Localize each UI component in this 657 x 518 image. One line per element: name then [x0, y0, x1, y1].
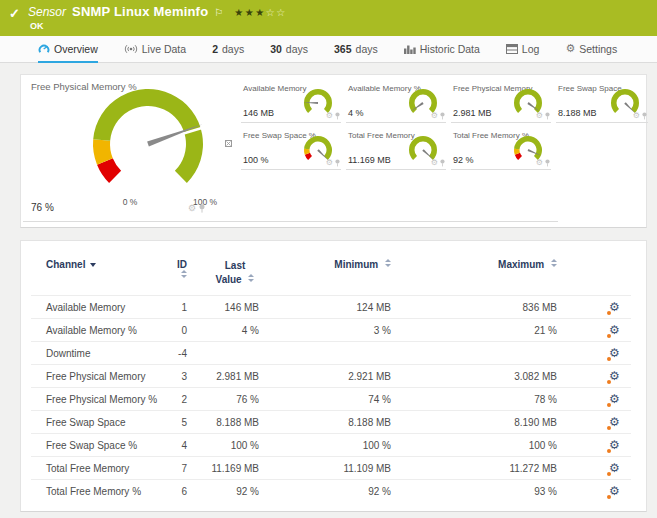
channel-settings-icon[interactable]: ⚙ — [609, 415, 620, 429]
pin-icon[interactable] — [199, 204, 205, 213]
channel-settings-icon[interactable]: ⚙ — [609, 323, 620, 337]
channel-id: 4 — [171, 434, 199, 457]
channel-minimum: 124 MB — [271, 296, 403, 319]
table-row: Free Swap Space % 4 100 % 100 % 100 % ⚙ — [31, 434, 631, 457]
tab-30-days[interactable]: 30 days — [270, 36, 308, 63]
pin-icon[interactable] — [545, 159, 550, 167]
gear-icon[interactable]: ⚙ — [326, 111, 333, 120]
gauge-tile-actions: ⚙ — [188, 203, 205, 213]
gauge-tile-actions: ⚙ — [326, 111, 340, 120]
channel-settings-icon[interactable]: ⚙ — [609, 392, 620, 406]
channel-name: Total Free Memory % — [31, 480, 171, 503]
tab-historic-data[interactable]: Historic Data — [404, 36, 480, 63]
log-icon — [506, 44, 518, 54]
channel-minimum: 74 % — [271, 388, 403, 411]
gauge-tile-actions: ⚙ — [536, 158, 550, 167]
channel-settings-icon[interactable]: ⚙ — [609, 461, 620, 475]
channel-last-value: 100 % — [199, 434, 271, 457]
broadcast-icon — [124, 44, 138, 54]
gauges-panel: Free Physical Memory % 0 % 100 % 76 % ⚙ … — [20, 74, 647, 228]
flag-icon[interactable]: ⚐ — [214, 7, 223, 18]
priority-star[interactable]: ☆ — [276, 7, 286, 18]
tab-live-data[interactable]: Live Data — [124, 36, 186, 63]
channel-settings-icon[interactable]: ⚙ — [609, 438, 620, 452]
tab-settings[interactable]: ⚙ Settings — [565, 36, 617, 63]
sort-icon — [181, 270, 187, 278]
channel-name: Total Free Memory — [31, 457, 171, 480]
pin-icon[interactable] — [335, 159, 340, 167]
pin-icon[interactable] — [440, 112, 445, 120]
priority-star[interactable]: ★ — [234, 7, 244, 18]
tab-365-days[interactable]: 365 days — [334, 36, 378, 63]
mini-gauge-tile: Free Swap Space 8.188 MB ⚙ — [556, 83, 648, 123]
tab-2-days[interactable]: 2 days — [212, 36, 244, 63]
channel-minimum — [271, 342, 403, 365]
column-header-channel[interactable]: Channel — [31, 253, 171, 296]
column-header-last_value[interactable]: Last Value — [199, 253, 271, 296]
main-gauge — [73, 84, 223, 196]
channel-id: 6 — [171, 480, 199, 503]
tab-overview[interactable]: Overview — [38, 36, 98, 63]
chart-icon — [404, 44, 416, 54]
gear-icon[interactable]: ⚙ — [431, 111, 438, 120]
channel-maximum: 3.082 MB — [403, 365, 569, 388]
channel-id: 1 — [171, 296, 199, 319]
channel-id: -4 — [171, 342, 199, 365]
sensor-header: ✓ Sensor SNMP Linux Meminfo ⚐ ★★★☆☆ OK — [0, 0, 657, 36]
channel-minimum: 3 % — [271, 319, 403, 342]
gear-icon[interactable]: ⚙ — [536, 158, 543, 167]
priority-star[interactable]: ★ — [245, 7, 255, 18]
gauge-marker-icon — [225, 133, 232, 151]
channel-minimum: 2.921 MB — [271, 365, 403, 388]
gauge-tile-actions: ⚙ — [536, 111, 550, 120]
channel-last-value: 4 % — [199, 319, 271, 342]
channel-maximum: 8.190 MB — [403, 411, 569, 434]
sensor-title-line: Sensor SNMP Linux Meminfo ⚐ ★★★☆☆ — [28, 4, 287, 19]
gear-icon[interactable]: ⚙ — [633, 111, 640, 120]
channel-settings-icon[interactable]: ⚙ — [609, 369, 620, 383]
table-row: Free Swap Space 5 8.188 MB 8.188 MB 8.19… — [31, 411, 631, 434]
gauge-tile-actions: ⚙ — [633, 111, 647, 120]
table-row: Available Memory 1 146 MB 124 MB 836 MB … — [31, 296, 631, 319]
pin-icon[interactable] — [642, 112, 647, 120]
tab-log[interactable]: Log — [506, 36, 540, 63]
mini-gauge-tile: Free Physical Memory 2.981 MB ⚙ — [451, 83, 551, 123]
pin-icon[interactable] — [335, 112, 340, 120]
channel-settings-icon[interactable]: ⚙ — [609, 346, 620, 360]
channel-id: 2 — [171, 388, 199, 411]
channel-last-value: 11.169 MB — [199, 457, 271, 480]
channel-last-value — [199, 342, 271, 365]
gauge-tile-actions: ⚙ — [431, 158, 445, 167]
gear-icon: ⚙ — [565, 43, 575, 54]
table-header-row: ChannelID Last Value Minimum Maximum — [31, 253, 631, 296]
prtg-sensor-page: ✓ Sensor SNMP Linux Meminfo ⚐ ★★★☆☆ OK O… — [0, 0, 657, 518]
channel-last-value: 76 % — [199, 388, 271, 411]
column-header-maximum[interactable]: Maximum — [403, 253, 569, 296]
sort-icon — [248, 274, 254, 282]
channel-last-value: 92 % — [199, 480, 271, 503]
mini-gauge-tile: Available Memory % 4 % ⚙ — [346, 83, 446, 123]
channel-settings-icon[interactable]: ⚙ — [609, 484, 620, 498]
mini-gauge-tile: Total Free Memory % 92 % ⚙ — [451, 130, 551, 170]
channel-last-value: 2.981 MB — [199, 365, 271, 388]
pin-icon[interactable] — [440, 159, 445, 167]
gauge-icon — [38, 43, 50, 54]
gear-icon[interactable]: ⚙ — [536, 111, 543, 120]
channel-settings-icon[interactable]: ⚙ — [609, 300, 620, 314]
gear-icon[interactable]: ⚙ — [431, 158, 438, 167]
sort-icon — [551, 259, 557, 267]
priority-star[interactable]: ☆ — [266, 7, 276, 18]
gauge-value: 100 % — [243, 155, 269, 165]
main-gauge-tile: Free Physical Memory % 0 % 100 % 76 % ⚙ — [29, 75, 239, 225]
gear-icon[interactable]: ⚙ — [326, 158, 333, 167]
column-header-minimum[interactable]: Minimum — [271, 253, 403, 296]
pin-icon[interactable] — [545, 112, 550, 120]
table-row: Free Physical Memory 3 2.981 MB 2.921 MB… — [31, 365, 631, 388]
mini-gauge-tile: Total Free Memory 11.169 MB ⚙ — [346, 130, 446, 170]
sensor-status: OK — [30, 21, 44, 31]
priority-star[interactable]: ★ — [255, 7, 265, 18]
gear-icon[interactable]: ⚙ — [188, 203, 196, 213]
channel-maximum: 93 % — [403, 480, 569, 503]
channel-minimum: 100 % — [271, 434, 403, 457]
column-header-id[interactable]: ID — [171, 253, 199, 296]
